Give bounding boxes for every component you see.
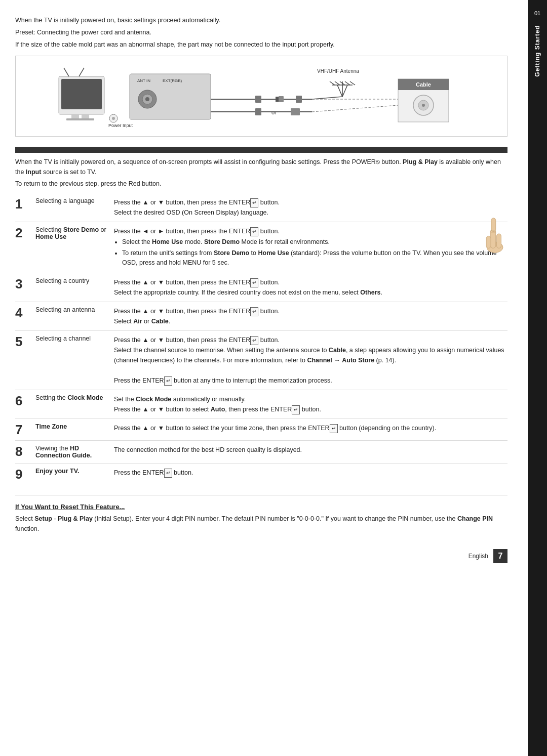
step-2-number: 2 bbox=[15, 222, 35, 273]
step-8-number: 8 bbox=[15, 441, 35, 464]
reset-title: If You Want to Reset This Feature... bbox=[15, 503, 507, 511]
step-7-row: 7 Time Zone Press the ▲ or ▼ button to s… bbox=[15, 419, 507, 441]
step-1-desc: Press the ▲ or ▼ button, then press the … bbox=[114, 193, 507, 222]
svg-text:Cable: Cable bbox=[416, 81, 431, 88]
svg-rect-3 bbox=[82, 114, 89, 118]
setup-note: To return to the previous step, press th… bbox=[15, 180, 507, 187]
enter-icon-2: ↵ bbox=[250, 227, 258, 236]
step-6-desc: Set the Clock Mode automatically or manu… bbox=[114, 390, 507, 419]
svg-line-5 bbox=[64, 68, 69, 76]
svg-line-48 bbox=[312, 105, 398, 112]
step-3-number: 3 bbox=[15, 273, 35, 302]
svg-rect-20 bbox=[279, 96, 284, 102]
enter-icon-6: ↵ bbox=[292, 405, 300, 414]
step-5-label: Selecting a channel bbox=[35, 331, 114, 390]
svg-rect-4 bbox=[66, 118, 94, 120]
intro-line1: When the TV is initially powered on, bas… bbox=[15, 15, 507, 25]
step-3-label: Selecting a country bbox=[35, 273, 114, 302]
step-9-label: Enjoy your TV. bbox=[35, 464, 114, 485]
setup-intro-text: When the TV is initially powered on, a s… bbox=[15, 157, 507, 177]
reset-section: If You Want to Reset This Feature... Sel… bbox=[15, 495, 507, 534]
svg-rect-22 bbox=[296, 96, 302, 103]
step-7-label: Time Zone bbox=[35, 419, 114, 441]
page-number: 7 bbox=[493, 549, 507, 563]
hand-svg bbox=[480, 214, 510, 254]
sidebar-number: 01 bbox=[534, 10, 540, 16]
enter-icon-5b: ↵ bbox=[164, 376, 172, 386]
reset-text: Select Setup - Plug & Play (Initial Setu… bbox=[15, 514, 507, 534]
step-5-row: 5 Selecting a channel Press the ▲ or ▼ b… bbox=[15, 331, 507, 390]
enter-icon-4: ↵ bbox=[250, 307, 258, 316]
svg-rect-50 bbox=[490, 229, 496, 248]
enter-icon-7: ↵ bbox=[330, 424, 338, 433]
connection-diagram: ANT IN EXT(RGB) Power Input bbox=[15, 56, 507, 137]
step-4-number: 4 bbox=[15, 302, 35, 331]
svg-rect-51 bbox=[497, 234, 501, 248]
enter-icon-5: ↵ bbox=[250, 336, 258, 345]
svg-rect-17 bbox=[255, 96, 261, 103]
intro-line3: If the size of the cable mold part was a… bbox=[15, 39, 507, 50]
steps-table: 1 Selecting a language Press the ▲ or ▼ … bbox=[15, 193, 507, 485]
step-9-number: 9 bbox=[15, 464, 35, 485]
step-7-number: 7 bbox=[15, 419, 35, 441]
step-5-desc: Press the ▲ or ▼ button, then press the … bbox=[114, 331, 507, 390]
intro-line2: Preset: Connecting the power cord and an… bbox=[15, 27, 507, 37]
svg-line-6 bbox=[79, 68, 84, 76]
step-6-row: 6 Setting the Clock Mode Set the Clock M… bbox=[15, 390, 507, 419]
enter-icon: ↵ bbox=[250, 198, 258, 207]
diagram-svg: ANT IN EXT(RGB) Power Input bbox=[26, 64, 497, 137]
top-intro-section: When the TV is initially powered on, bas… bbox=[15, 15, 507, 137]
svg-rect-26 bbox=[255, 108, 261, 115]
hand-illustration bbox=[480, 214, 510, 254]
svg-text:EXT(RGB): EXT(RGB) bbox=[163, 78, 182, 83]
svg-line-39 bbox=[342, 85, 347, 97]
step-8-desc: The connection method for the best HD sc… bbox=[114, 441, 507, 464]
setup-intro-line1: When the TV is initially powered on, a s… bbox=[15, 158, 501, 176]
step-9-desc: Press the ENTER↵ button. bbox=[114, 464, 507, 485]
svg-line-33 bbox=[330, 81, 335, 85]
svg-line-38 bbox=[337, 85, 342, 97]
svg-rect-53 bbox=[491, 218, 496, 232]
svg-rect-52 bbox=[486, 236, 491, 248]
step-8-row: 8 Viewing the HDConnection Guide. The co… bbox=[15, 441, 507, 464]
step-2-label: Selecting Store Demo or Home Use bbox=[35, 222, 114, 273]
svg-rect-19 bbox=[276, 97, 279, 102]
svg-text:ANT IN: ANT IN bbox=[137, 78, 150, 83]
step-9-row: 9 Enjoy your TV. Press the ENTER↵ button… bbox=[15, 464, 507, 485]
page-language: English bbox=[468, 553, 488, 560]
step-4-desc: Press the ▲ or ▼ button, then press the … bbox=[114, 302, 507, 331]
step-3-desc: Press the ▲ or ▼ button, then press the … bbox=[114, 273, 507, 302]
svg-point-12 bbox=[145, 97, 149, 101]
step-3-row: 3 Selecting a country Press the ▲ or ▼ b… bbox=[15, 273, 507, 302]
step-5-number: 5 bbox=[15, 331, 35, 390]
step-7-desc: Press the ▲ or ▼ button to select the yo… bbox=[114, 419, 507, 441]
svg-rect-1 bbox=[61, 79, 102, 109]
section-header-bar bbox=[15, 147, 507, 153]
svg-line-37 bbox=[350, 81, 355, 85]
step-4-row: 4 Selecting an antenna Press the ▲ or ▼ … bbox=[15, 302, 507, 331]
step-1-number: 1 bbox=[15, 193, 35, 222]
svg-rect-2 bbox=[71, 114, 79, 118]
step-4-label: Selecting an antenna bbox=[35, 302, 114, 331]
step-2-row: 2 Selecting Store Demo or Home Use Press… bbox=[15, 222, 507, 273]
step-8-label: Viewing the HDConnection Guide. bbox=[35, 441, 114, 464]
svg-text:Power Input: Power Input bbox=[108, 123, 133, 128]
steps-container: 1 Selecting a language Press the ▲ or ▼ … bbox=[15, 193, 507, 485]
svg-point-15 bbox=[112, 117, 115, 120]
intro-text-block: When the TV is initially powered on, bas… bbox=[15, 15, 507, 50]
svg-line-34 bbox=[335, 81, 340, 85]
svg-line-36 bbox=[345, 81, 350, 85]
svg-line-40 bbox=[312, 97, 342, 99]
svg-rect-28 bbox=[291, 108, 300, 115]
enter-icon-3: ↵ bbox=[250, 278, 258, 287]
step-6-label: Setting the Clock Mode bbox=[35, 390, 114, 419]
step-6-number: 6 bbox=[15, 390, 35, 419]
svg-point-46 bbox=[422, 104, 425, 107]
enter-icon-9: ↵ bbox=[164, 469, 172, 478]
step-1-label: Selecting a language bbox=[35, 193, 114, 222]
svg-text:VHF/UHF Antenna: VHF/UHF Antenna bbox=[317, 68, 359, 74]
sidebar: 01 Getting Started bbox=[528, 0, 547, 756]
step-2-desc: Press the ◄ or ► button, then press the … bbox=[114, 222, 507, 273]
page-footer: English 7 bbox=[15, 549, 507, 563]
step-1-row: 1 Selecting a language Press the ▲ or ▼ … bbox=[15, 193, 507, 222]
